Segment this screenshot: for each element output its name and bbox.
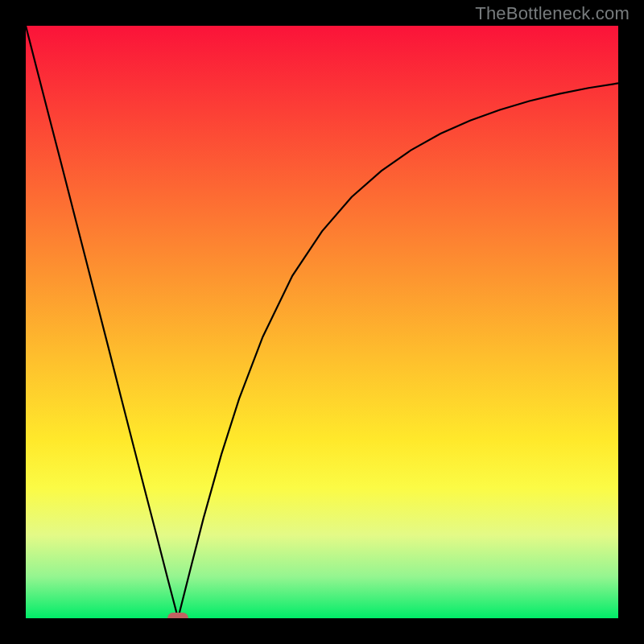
chart-frame: TheBottleneck.com: [0, 0, 644, 644]
plot-area: [26, 26, 618, 618]
watermark: TheBottleneck.com: [475, 3, 630, 24]
bottleneck-curve: [26, 26, 618, 618]
min-marker: [167, 613, 188, 618]
